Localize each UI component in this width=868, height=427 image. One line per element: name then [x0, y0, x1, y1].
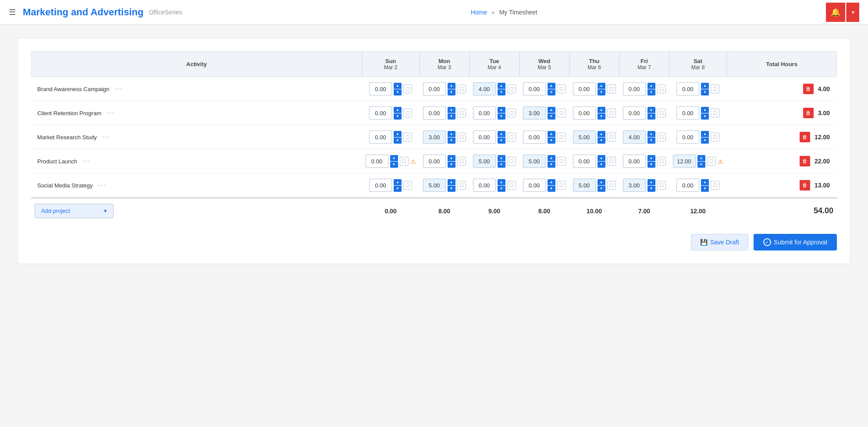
time-input[interactable]: [369, 179, 392, 192]
spinner-down[interactable]: ▼: [448, 186, 455, 192]
time-input[interactable]: [573, 179, 596, 192]
spinner-up[interactable]: ▲: [394, 131, 402, 137]
note-button[interactable]: ☐: [607, 85, 616, 93]
note-button[interactable]: ☐: [707, 157, 716, 166]
note-button[interactable]: ☐: [557, 181, 566, 190]
spinner-down[interactable]: ▼: [598, 89, 605, 95]
spinner-up[interactable]: ▲: [548, 131, 555, 137]
time-input[interactable]: [573, 82, 596, 95]
note-button[interactable]: ☐: [400, 157, 409, 166]
spinner-down[interactable]: ▼: [548, 89, 555, 95]
time-input[interactable]: [473, 106, 496, 120]
spinner-down[interactable]: ▼: [548, 138, 555, 144]
spinner-up[interactable]: ▲: [448, 107, 455, 113]
note-button[interactable]: ☐: [657, 109, 666, 117]
delete-row-button[interactable]: 🗑: [803, 108, 814, 118]
time-input[interactable]: [523, 131, 546, 144]
note-button[interactable]: ☐: [657, 133, 666, 141]
time-input[interactable]: [473, 131, 496, 144]
spinner-up[interactable]: ▲: [598, 155, 605, 161]
time-input[interactable]: [573, 106, 596, 120]
row-menu-button[interactable]: ···: [98, 181, 106, 189]
add-project-button[interactable]: Add project ▾: [35, 204, 114, 218]
spinner-up[interactable]: ▲: [598, 179, 605, 185]
submit-approval-button[interactable]: ✓ Submit for Approval: [754, 234, 837, 251]
note-button[interactable]: ☐: [557, 85, 566, 93]
note-button[interactable]: ☐: [711, 181, 719, 190]
note-button[interactable]: ☐: [711, 85, 719, 93]
spinner-up[interactable]: ▲: [498, 107, 505, 113]
spinner-up[interactable]: ▲: [394, 179, 402, 185]
time-input[interactable]: [523, 106, 546, 120]
spinner-down[interactable]: ▼: [598, 162, 605, 168]
time-input[interactable]: [623, 82, 646, 95]
note-button[interactable]: ☐: [403, 109, 412, 117]
note-button[interactable]: ☐: [507, 133, 516, 141]
spinner-up[interactable]: ▲: [598, 131, 605, 137]
spinner-up[interactable]: ▲: [647, 107, 655, 113]
spinner-up[interactable]: ▲: [598, 107, 605, 113]
breadcrumb-home[interactable]: Home: [471, 9, 487, 16]
delete-row-button[interactable]: 🗑: [800, 180, 810, 191]
time-input[interactable]: [573, 155, 596, 168]
note-button[interactable]: ☐: [607, 157, 616, 166]
spinner-down[interactable]: ▼: [701, 113, 709, 120]
row-menu-button[interactable]: ···: [107, 109, 115, 116]
notification-button[interactable]: 🔔: [826, 3, 845, 22]
time-input[interactable]: [366, 155, 388, 168]
spinner-up[interactable]: ▲: [498, 83, 505, 89]
spinner-down[interactable]: ▼: [647, 186, 655, 192]
note-button[interactable]: ☐: [657, 85, 666, 93]
note-button[interactable]: ☐: [711, 109, 719, 117]
time-input[interactable]: [369, 82, 392, 95]
spinner-up[interactable]: ▲: [701, 107, 709, 113]
time-input[interactable]: [673, 155, 696, 168]
note-button[interactable]: ☐: [457, 133, 466, 141]
spinner-up[interactable]: ▲: [647, 155, 655, 161]
time-input[interactable]: [623, 155, 646, 168]
note-button[interactable]: ☐: [557, 109, 566, 117]
time-input[interactable]: [423, 82, 446, 95]
spinner-down[interactable]: ▼: [598, 138, 605, 144]
row-menu-button[interactable]: ···: [102, 133, 110, 141]
time-input[interactable]: [523, 179, 546, 192]
spinner-down[interactable]: ▼: [448, 113, 455, 120]
spinner-up[interactable]: ▲: [548, 107, 555, 113]
spinner-down[interactable]: ▼: [394, 89, 402, 95]
note-button[interactable]: ☐: [557, 133, 566, 141]
note-button[interactable]: ☐: [457, 157, 466, 166]
spinner-down[interactable]: ▼: [498, 162, 505, 168]
spinner-down[interactable]: ▼: [647, 113, 655, 120]
spinner-down[interactable]: ▼: [647, 138, 655, 144]
note-button[interactable]: ☐: [507, 181, 516, 190]
spinner-down[interactable]: ▼: [394, 186, 402, 192]
note-button[interactable]: ☐: [507, 157, 516, 166]
spinner-down[interactable]: ▼: [448, 138, 455, 144]
spinner-up[interactable]: ▲: [498, 179, 505, 185]
note-button[interactable]: ☐: [507, 85, 516, 93]
spinner-down[interactable]: ▼: [548, 186, 555, 192]
note-button[interactable]: ☐: [557, 157, 566, 166]
hamburger-icon[interactable]: ☰: [9, 7, 16, 17]
spinner-down[interactable]: ▼: [448, 89, 455, 95]
spinner-down[interactable]: ▼: [598, 113, 605, 120]
delete-row-button[interactable]: 🗑: [803, 84, 814, 94]
note-button[interactable]: ☐: [457, 109, 466, 117]
time-input[interactable]: [573, 131, 596, 144]
spinner-down[interactable]: ▼: [701, 89, 709, 95]
spinner-down[interactable]: ▼: [390, 162, 398, 168]
delete-row-button[interactable]: 🗑: [800, 132, 810, 142]
spinner-up[interactable]: ▲: [647, 131, 655, 137]
spinner-up[interactable]: ▲: [390, 155, 398, 161]
time-input[interactable]: [423, 155, 446, 168]
time-input[interactable]: [423, 179, 446, 192]
spinner-up[interactable]: ▲: [548, 83, 555, 89]
spinner-up[interactable]: ▲: [598, 83, 605, 89]
note-button[interactable]: ☐: [657, 181, 666, 190]
spinner-up[interactable]: ▲: [448, 83, 455, 89]
save-draft-button[interactable]: 💾 Save Draft: [691, 234, 748, 251]
time-input[interactable]: [623, 131, 646, 144]
spinner-down[interactable]: ▼: [394, 138, 402, 144]
note-button[interactable]: ☐: [607, 181, 616, 190]
spinner-up[interactable]: ▲: [448, 179, 455, 185]
